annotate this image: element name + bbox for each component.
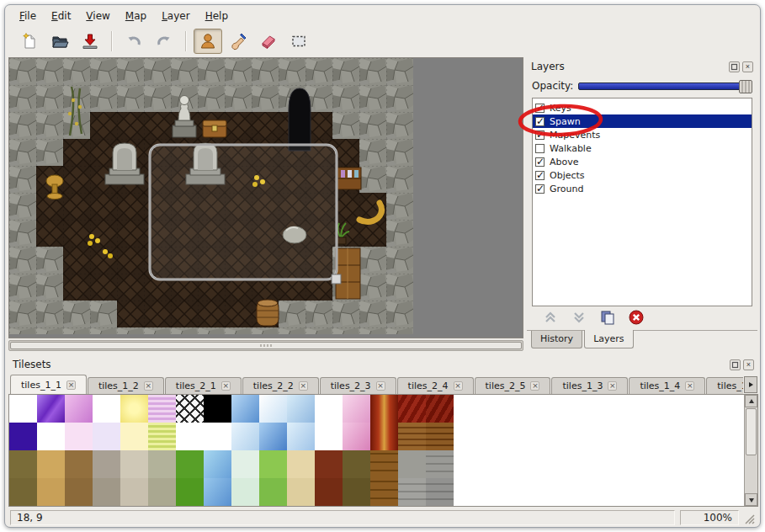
open-button[interactable] bbox=[45, 29, 74, 54]
tileset-tab-tiles_2_1[interactable]: tiles_2_1× bbox=[165, 377, 242, 394]
tileset-tile[interactable] bbox=[315, 423, 343, 450]
tileset-tile[interactable] bbox=[287, 395, 315, 423]
tileset-tile[interactable] bbox=[120, 478, 148, 506]
tileset-tile[interactable] bbox=[315, 450, 343, 478]
close-tab-icon[interactable]: × bbox=[685, 381, 694, 391]
close-tab-icon[interactable]: × bbox=[376, 381, 385, 391]
delete-layer-button[interactable] bbox=[626, 308, 646, 328]
tileset-tab-tiles_2_3[interactable]: tiles_2_3× bbox=[320, 377, 396, 394]
layer-visibility-checkbox[interactable] bbox=[535, 171, 545, 180]
tileset-tile[interactable] bbox=[176, 478, 204, 506]
tileset-tile[interactable] bbox=[65, 423, 93, 450]
map-horizontal-scrollbar[interactable] bbox=[8, 340, 523, 351]
tileset-tile[interactable] bbox=[259, 395, 287, 423]
layer-row-ground[interactable]: Ground bbox=[533, 182, 752, 195]
tileset-tab-tiles_1_4[interactable]: tiles_1_4× bbox=[629, 377, 705, 394]
close-panel-icon[interactable]: × bbox=[742, 61, 753, 72]
tileset-tile[interactable] bbox=[37, 395, 65, 423]
close-tab-icon[interactable]: × bbox=[454, 381, 463, 391]
tileset-tile[interactable] bbox=[176, 423, 204, 450]
redo-button[interactable] bbox=[150, 29, 178, 54]
scrollbar-trough[interactable] bbox=[745, 407, 757, 493]
tileset-tab-tiles_1_1[interactable]: tiles_1_1× bbox=[10, 375, 87, 394]
dock-tab-history[interactable]: History bbox=[531, 331, 582, 348]
tileset-tile[interactable] bbox=[65, 478, 93, 506]
tileset-tile[interactable] bbox=[315, 395, 343, 423]
select-tool-button[interactable] bbox=[284, 29, 313, 54]
tileset-tile[interactable] bbox=[65, 450, 93, 478]
tileset-tile[interactable] bbox=[9, 478, 37, 506]
menu-item-file[interactable]: File bbox=[12, 8, 44, 24]
scroll-down-icon[interactable] bbox=[745, 493, 757, 506]
dock-tab-layers[interactable]: Layers bbox=[584, 330, 633, 348]
close-tab-icon[interactable]: × bbox=[66, 380, 76, 390]
tileset-tab-tiles_2_5[interactable]: tiles_2_5× bbox=[475, 377, 551, 394]
map-canvas[interactable] bbox=[9, 58, 413, 334]
tileset-vertical-scrollbar[interactable] bbox=[744, 395, 757, 506]
tileset-tile[interactable] bbox=[120, 395, 148, 423]
undo-button[interactable] bbox=[120, 29, 148, 54]
tileset-tile[interactable] bbox=[9, 423, 37, 450]
tileset-tile[interactable] bbox=[37, 450, 65, 478]
scroll-tabs-right-button[interactable] bbox=[744, 376, 757, 393]
layer-row-objects[interactable]: Objects bbox=[533, 168, 752, 182]
new-button[interactable] bbox=[15, 29, 44, 54]
map-viewport[interactable] bbox=[8, 57, 523, 338]
tileset-tile[interactable] bbox=[259, 423, 287, 450]
tileset-tab-tiles_1_2[interactable]: tiles_1_2× bbox=[88, 377, 164, 394]
tileset-tile[interactable] bbox=[287, 423, 315, 450]
layer-row-spawn[interactable]: Spawn bbox=[533, 114, 752, 128]
tileset-tile[interactable] bbox=[343, 478, 370, 506]
tileset-tile[interactable] bbox=[93, 478, 120, 506]
tileset-tab-tiles_2_2[interactable]: tiles_2_2× bbox=[242, 377, 319, 394]
tileset-tile[interactable] bbox=[93, 423, 120, 450]
stamp-tool-button[interactable] bbox=[194, 29, 222, 54]
save-button[interactable] bbox=[76, 29, 104, 54]
tileset-tile[interactable] bbox=[398, 395, 426, 423]
menu-item-help[interactable]: Help bbox=[198, 8, 236, 24]
lower-layer-button[interactable] bbox=[569, 308, 589, 328]
duplicate-layer-button[interactable] bbox=[598, 308, 618, 328]
tileset-tile[interactable] bbox=[398, 478, 426, 506]
layer-row-keys[interactable]: Keys bbox=[533, 101, 752, 114]
tileset-tile[interactable] bbox=[426, 450, 454, 478]
tileset-tile[interactable] bbox=[176, 450, 204, 478]
layer-row-walkable[interactable]: Walkable bbox=[533, 141, 752, 155]
tileset-tile[interactable] bbox=[93, 395, 120, 423]
fill-tool-button[interactable] bbox=[224, 29, 252, 54]
tileset-tile[interactable] bbox=[259, 450, 287, 478]
tileset-tile[interactable] bbox=[231, 478, 259, 506]
tileset-tile[interactable] bbox=[343, 423, 370, 450]
close-tab-icon[interactable]: × bbox=[144, 381, 153, 391]
float-panel-button[interactable] bbox=[730, 359, 741, 370]
menu-item-view[interactable]: View bbox=[78, 8, 117, 24]
tileset-tile[interactable] bbox=[120, 423, 148, 450]
tileset-canvas[interactable] bbox=[8, 394, 758, 507]
resize-grip[interactable] bbox=[742, 512, 755, 524]
opacity-slider-handle[interactable] bbox=[739, 80, 752, 93]
close-tab-icon[interactable]: × bbox=[530, 381, 539, 391]
eraser-tool-button[interactable] bbox=[254, 29, 283, 54]
tileset-tile[interactable] bbox=[37, 423, 65, 450]
close-tab-icon[interactable]: × bbox=[299, 381, 308, 391]
tileset-tile[interactable] bbox=[204, 478, 231, 506]
tileset-tile[interactable] bbox=[370, 478, 398, 506]
layer-visibility-checkbox[interactable] bbox=[535, 157, 545, 167]
layer-row-above[interactable]: Above bbox=[533, 155, 752, 168]
layer-visibility-checkbox[interactable] bbox=[535, 117, 545, 126]
tileset-tile[interactable] bbox=[315, 478, 343, 506]
menu-item-edit[interactable]: Edit bbox=[44, 8, 78, 24]
tileset-tile[interactable] bbox=[148, 450, 176, 478]
tileset-tile[interactable] bbox=[204, 450, 231, 478]
tileset-tile[interactable] bbox=[343, 450, 370, 478]
tileset-tile[interactable] bbox=[231, 423, 259, 450]
tileset-tile[interactable] bbox=[370, 450, 398, 478]
tileset-tile[interactable] bbox=[231, 395, 259, 423]
scrollbar-thumb[interactable] bbox=[746, 408, 757, 455]
map-selection[interactable] bbox=[150, 145, 341, 284]
tileset-tab-tiles_1_5[interactable]: tiles_1_5× bbox=[706, 377, 743, 394]
raise-layer-button[interactable] bbox=[540, 308, 560, 328]
tileset-tile[interactable] bbox=[426, 395, 454, 423]
tileset-tile[interactable] bbox=[287, 450, 315, 478]
tileset-tile[interactable] bbox=[398, 450, 426, 478]
